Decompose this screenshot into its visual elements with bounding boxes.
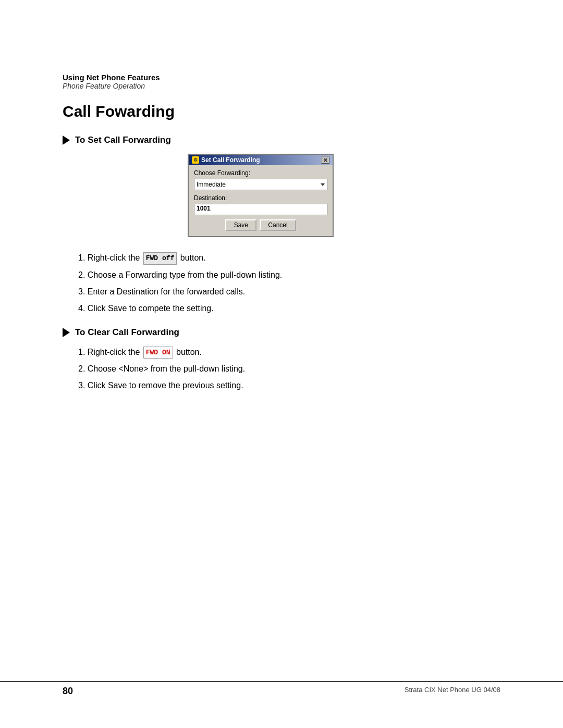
page-container: Using Net Phone Features Phone Feature O…	[0, 0, 563, 728]
clear-forwarding-steps: Right-click the FWD ON button. Choose <N…	[78, 346, 500, 392]
select-dropdown-arrow	[321, 183, 325, 186]
destination-label: Destination:	[194, 194, 327, 202]
destination-input[interactable]: 1001	[194, 204, 327, 215]
set-forwarding-heading-text: To Set Call Forwarding	[75, 135, 171, 145]
set-step-4-text: Click Save to compete the setting.	[88, 304, 214, 313]
fwd-off-badge: FWD off	[143, 252, 177, 265]
set-step-3: Enter a Destination for the forwarded ca…	[78, 286, 500, 298]
dialog-titlebar-left: ⚙ Set Call Forwarding	[192, 156, 260, 164]
select-value: Immediate	[197, 181, 226, 188]
clear-step-3-text: Click Save to remove the previous settin…	[88, 381, 243, 390]
set-step-1-text-after: button.	[178, 253, 205, 262]
dialog-title-text: Set Call Forwarding	[201, 156, 260, 164]
clear-forwarding-heading: To Clear Call Forwarding	[63, 327, 500, 338]
clear-step-3: Click Save to remove the previous settin…	[78, 379, 500, 392]
set-forwarding-heading: To Set Call Forwarding	[63, 135, 500, 145]
footer-doc-info: Strata CIX Net Phone UG 04/08	[405, 686, 500, 694]
choose-forwarding-label: Choose Forwarding:	[194, 169, 327, 177]
dialog-buttons: Save Cancel	[194, 219, 327, 231]
header-bold-label: Using Net Phone Features	[63, 73, 500, 82]
save-button[interactable]: Save	[225, 219, 256, 231]
set-step-3-text: Enter a Destination for the forwarded ca…	[88, 287, 245, 296]
arrow-icon-clear	[63, 328, 70, 337]
cancel-button[interactable]: Cancel	[260, 219, 296, 231]
clear-step-2-text: Choose <None> from the pull-down listing…	[88, 364, 245, 373]
set-step-1: Right-click the FWD off button.	[78, 252, 500, 265]
footer-page-number: 80	[63, 686, 73, 697]
clear-step-1: Right-click the FWD ON button.	[78, 346, 500, 359]
dialog-body: Choose Forwarding: Immediate Destination…	[189, 165, 333, 236]
header-section: Using Net Phone Features Phone Feature O…	[63, 73, 500, 90]
dialog-titlebar: ⚙ Set Call Forwarding ✕	[189, 155, 333, 165]
forwarding-type-select[interactable]: Immediate	[194, 179, 327, 190]
set-step-1-text-before: Right-click the	[88, 253, 142, 262]
fwd-on-badge: FWD ON	[143, 347, 173, 359]
arrow-icon-set	[63, 135, 70, 145]
dialog-wrapper: ⚙ Set Call Forwarding ✕ Choose Forwardin…	[188, 154, 500, 237]
dialog-title-icon: ⚙	[192, 156, 199, 164]
destination-value: 1001	[197, 205, 211, 212]
set-call-forwarding-dialog: ⚙ Set Call Forwarding ✕ Choose Forwardin…	[188, 154, 334, 237]
clear-step-1-text-after: button.	[174, 348, 202, 356]
set-step-2: Choose a Forwarding type from the pull-d…	[78, 269, 500, 281]
set-forwarding-steps: Right-click the FWD off button. Choose a…	[78, 252, 500, 315]
page-title: Call Fowarding	[63, 103, 500, 120]
clear-step-1-text-before: Right-click the	[88, 348, 142, 356]
header-italic-label: Phone Feature Operation	[63, 82, 500, 90]
dialog-close-button[interactable]: ✕	[321, 156, 329, 164]
clear-step-2: Choose <None> from the pull-down listing…	[78, 363, 500, 375]
page-footer: 80 Strata CIX Net Phone UG 04/08	[0, 681, 563, 697]
set-step-4: Click Save to compete the setting.	[78, 302, 500, 315]
clear-forwarding-heading-text: To Clear Call Forwarding	[75, 327, 179, 338]
set-step-2-text: Choose a Forwarding type from the pull-d…	[88, 270, 283, 279]
